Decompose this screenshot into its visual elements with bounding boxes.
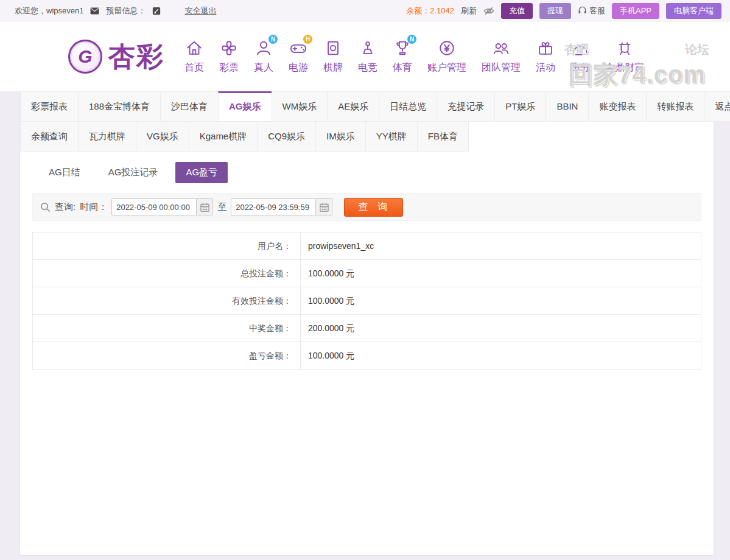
header: G 杏彩 首页彩票真人N电游H棋牌电竞体育N账户管理团队管理活动跑分金鼎财富 杏…	[0, 22, 730, 91]
pc-client-button[interactable]: 电脑客户端	[666, 3, 721, 19]
tabs-row-2: 余额查询瓦力棋牌VG娱乐Kgame棋牌CQ9娱乐IM娱乐YY棋牌FB体育	[20, 121, 714, 151]
main-panel: 彩票报表188金宝博体育沙巴体育AG娱乐WM娱乐AE娱乐日结总览充提记录PT娱乐…	[20, 91, 714, 555]
nav-item-账户管理[interactable]: 账户管理	[426, 39, 468, 74]
query-label: 查询:	[55, 201, 75, 213]
nav-item-体育[interactable]: 体育N	[391, 39, 414, 74]
tab-沙巴体育[interactable]: 沙巴体育	[160, 91, 219, 122]
tab-YY棋牌[interactable]: YY棋牌	[365, 121, 418, 152]
row-value: 200.0000 元	[301, 315, 354, 341]
row-value: 100.0000 元	[301, 260, 354, 287]
table-row: 中奖金额：200.0000 元	[33, 315, 701, 342]
nav-item-真人[interactable]: 真人N	[252, 39, 275, 74]
tab-返点总额[interactable]: 返点总额	[704, 91, 730, 122]
esports-icon	[359, 39, 377, 58]
nav-item-电竞[interactable]: 电竞	[356, 39, 379, 74]
tab-188金宝博体育[interactable]: 188金宝博体育	[78, 91, 161, 122]
row-label: 用户名：	[33, 233, 301, 259]
subtabs: AG日结AG投注记录AG盈亏	[20, 151, 714, 191]
row-value: prowipseven1_xc	[301, 233, 374, 259]
nav-item-label: 首页	[184, 61, 204, 74]
start-date-input[interactable]	[111, 198, 197, 215]
tab-充提记录[interactable]: 充提记录	[437, 91, 495, 122]
activity-icon	[536, 39, 555, 58]
report-table: 用户名：prowipseven1_xc总投注金额：100.0000 元有效投注金…	[32, 232, 701, 370]
badge-n-icon: N	[407, 35, 416, 44]
customer-service-button[interactable]: 客服	[578, 5, 605, 16]
tab-CQ9娱乐[interactable]: CQ9娱乐	[257, 121, 316, 152]
nav-item-棋牌[interactable]: 棋牌	[321, 39, 345, 74]
nav-item-彩票[interactable]: 彩票	[217, 39, 240, 74]
tab-AG盈亏[interactable]: AG盈亏	[175, 162, 228, 183]
tab-WM娱乐[interactable]: WM娱乐	[272, 91, 328, 122]
mail-icon[interactable]	[90, 7, 99, 15]
mobile-app-button[interactable]: 手机APP	[612, 3, 659, 19]
row-value: 100.0000 元	[301, 342, 354, 369]
nav-item-label: 金鼎财富	[605, 61, 644, 74]
logout-link[interactable]: 安全退出	[184, 5, 216, 16]
nav-item-label: 团队管理	[482, 61, 521, 74]
eye-off-icon[interactable]	[483, 7, 494, 15]
tab-账变报表[interactable]: 账变报表	[588, 91, 647, 122]
tab-日结总览[interactable]: 日结总览	[379, 91, 437, 122]
headset-icon	[578, 6, 587, 16]
calendar-icon[interactable]	[197, 198, 213, 215]
end-date-input[interactable]	[231, 198, 316, 215]
watermark-right: 论坛	[685, 43, 709, 56]
tab-FB体育[interactable]: FB体育	[417, 121, 469, 152]
nav-item-label: 彩票	[219, 61, 239, 74]
nav-items: 首页彩票真人N电游H棋牌电竞体育N账户管理团队管理活动跑分金鼎财富	[183, 39, 646, 74]
tab-BBIN[interactable]: BBIN	[546, 91, 589, 122]
tab-PT娱乐[interactable]: PT娱乐	[494, 91, 546, 122]
time-label: 时间：	[80, 201, 107, 213]
row-label: 盈亏金额：	[33, 342, 301, 369]
table-row: 盈亏金额：100.0000 元	[33, 342, 701, 369]
search-button[interactable]: 查 询	[344, 198, 402, 217]
nav-item-活动[interactable]: 活动	[534, 39, 557, 74]
nav-item-label: 活动	[536, 61, 555, 74]
calendar-icon[interactable]	[316, 198, 332, 215]
tab-AE娱乐[interactable]: AE娱乐	[327, 91, 379, 122]
to-label: 至	[217, 201, 226, 213]
tabs-row-1: 彩票报表188金宝博体育沙巴体育AG娱乐WM娱乐AE娱乐日结总览充提记录PT娱乐…	[20, 91, 714, 121]
tab-彩票报表[interactable]: 彩票报表	[20, 91, 79, 122]
nav-item-首页[interactable]: 首页	[183, 39, 206, 74]
account-icon	[438, 39, 456, 58]
balance-text: 余额：2.1042	[406, 5, 454, 16]
chess-icon	[324, 39, 342, 58]
nav-item-团队管理[interactable]: 团队管理	[480, 39, 522, 74]
paofen-icon	[571, 39, 589, 58]
nav-item-label: 账户管理	[427, 61, 466, 74]
recharge-button[interactable]: 充值	[501, 3, 533, 19]
nav-item-label: 电竞	[358, 61, 377, 74]
edit-icon[interactable]	[152, 7, 161, 15]
nav-item-金鼎财富[interactable]: 金鼎财富	[603, 39, 646, 74]
tab-瓦力棋牌[interactable]: 瓦力棋牌	[78, 121, 136, 152]
table-row: 有效投注金额：100.0000 元	[33, 287, 701, 315]
nav-item-电游[interactable]: 电游H	[287, 39, 310, 74]
tab-Kgame棋牌[interactable]: Kgame棋牌	[189, 121, 258, 152]
brand-name: 杏彩	[108, 39, 164, 75]
balance-value: 2.1042	[430, 6, 454, 15]
topbar: 欢迎您，wipseven1 预留信息： 安全退出 余额：2.1042 刷新 充值…	[0, 0, 730, 22]
row-label: 有效投注金额：	[33, 287, 301, 314]
row-value: 100.0000 元	[301, 287, 354, 314]
withdraw-button[interactable]: 提现	[539, 3, 571, 19]
nav-item-label: 棋牌	[323, 61, 343, 74]
row-label: 总投注金额：	[33, 260, 301, 287]
topbar-right: 余额：2.1042 刷新 充值 提现 客服 手机APP 电脑客户端	[406, 3, 721, 19]
table-row: 用户名：prowipseven1_xc	[33, 233, 701, 260]
tab-AG日结[interactable]: AG日结	[38, 162, 91, 183]
tab-转账报表[interactable]: 转账报表	[646, 91, 704, 122]
tab-AG娱乐[interactable]: AG娱乐	[218, 91, 272, 122]
badge-n-icon: N	[268, 35, 278, 44]
refresh-link[interactable]: 刷新	[461, 5, 477, 16]
tab-余额查询[interactable]: 余额查询	[20, 121, 79, 152]
tab-VG娱乐[interactable]: VG娱乐	[136, 121, 189, 152]
badge-h-icon: H	[303, 35, 312, 44]
tab-IM娱乐[interactable]: IM娱乐	[315, 121, 366, 152]
nav-item-label: 跑分	[570, 61, 590, 74]
nav-item-跑分[interactable]: 跑分	[569, 39, 592, 74]
tab-AG投注记录[interactable]: AG投注记录	[98, 162, 169, 183]
table-row: 总投注金额：100.0000 元	[33, 260, 701, 287]
brand-logo[interactable]: G 杏彩	[68, 39, 164, 75]
